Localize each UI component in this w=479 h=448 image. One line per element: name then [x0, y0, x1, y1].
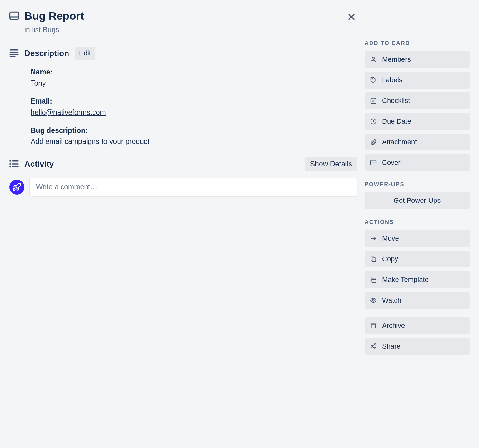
checklist-button[interactable]: Checklist — [365, 92, 470, 109]
archive-icon — [370, 322, 377, 329]
svg-point-24 — [372, 299, 374, 301]
close-button[interactable] — [346, 11, 357, 23]
comment-input[interactable] — [29, 178, 357, 196]
svg-rect-5 — [10, 52, 19, 53]
svg-rect-12 — [12, 164, 19, 165]
svg-point-28 — [371, 345, 373, 347]
description-body[interactable]: Name: Tony Email: hello@nativeforms.com … — [9, 67, 357, 147]
due-date-button[interactable]: Due Date — [365, 113, 470, 130]
card-title[interactable]: Bug Report — [24, 9, 357, 23]
svg-rect-11 — [12, 160, 19, 161]
svg-point-15 — [372, 79, 373, 79]
svg-point-14 — [372, 57, 374, 59]
svg-rect-18 — [371, 160, 376, 165]
activity-icon — [9, 160, 24, 168]
copy-label: Copy — [382, 255, 398, 263]
activity-heading: Activity — [24, 159, 54, 169]
due-date-label: Due Date — [382, 117, 411, 125]
cover-button[interactable]: Cover — [365, 154, 470, 171]
svg-rect-16 — [371, 98, 376, 104]
svg-point-8 — [9, 160, 11, 162]
svg-rect-21 — [372, 258, 376, 261]
members-button[interactable]: Members — [365, 51, 470, 68]
labels-icon — [370, 77, 377, 84]
cover-icon — [370, 160, 377, 166]
move-label: Move — [382, 234, 399, 242]
eye-icon — [370, 297, 377, 304]
field-email-value[interactable]: hello@nativeforms.com — [31, 108, 106, 116]
make-template-button[interactable]: Make Template — [365, 271, 470, 288]
svg-line-30 — [372, 345, 374, 346]
close-icon — [347, 13, 356, 21]
watch-button[interactable]: Watch — [365, 292, 470, 309]
svg-rect-7 — [10, 56, 16, 57]
checklist-icon — [370, 97, 377, 104]
power-ups-heading: POWER-UPS — [365, 181, 470, 188]
attachment-icon — [370, 139, 377, 145]
svg-point-10 — [9, 166, 11, 168]
labels-button[interactable]: Labels — [365, 72, 470, 89]
svg-rect-0 — [10, 12, 19, 19]
move-button[interactable]: Move — [365, 230, 470, 247]
share-button[interactable]: Share — [365, 338, 470, 355]
svg-rect-4 — [10, 49, 19, 51]
actions-divider — [365, 313, 470, 313]
svg-point-27 — [374, 344, 376, 345]
in-list-line: in list Bugs — [24, 26, 357, 34]
edit-button[interactable]: Edit — [75, 47, 95, 60]
get-power-ups-button[interactable]: Get Power-Ups — [365, 192, 470, 209]
svg-rect-13 — [12, 166, 19, 167]
checklist-label: Checklist — [382, 97, 410, 105]
labels-label: Labels — [382, 76, 402, 84]
svg-rect-6 — [10, 54, 19, 55]
copy-button[interactable]: Copy — [365, 251, 470, 267]
field-name-label: Name: — [31, 67, 357, 78]
activity-section: Activity Show Details — [9, 157, 357, 196]
field-name-value: Tony — [31, 78, 357, 89]
card-icon — [9, 9, 24, 20]
svg-line-31 — [372, 347, 374, 348]
attachment-label: Attachment — [382, 138, 417, 146]
field-email-label: Email: — [31, 96, 357, 107]
svg-rect-25 — [371, 323, 376, 325]
description-icon — [9, 49, 24, 57]
attachment-button[interactable]: Attachment — [365, 134, 470, 150]
field-bug-value: Add email campaigns to your product — [31, 136, 357, 147]
share-label: Share — [382, 342, 401, 350]
field-bug-label: Bug description: — [31, 125, 357, 136]
archive-label: Archive — [382, 322, 405, 330]
arrow-right-icon — [370, 235, 377, 242]
svg-point-29 — [374, 348, 376, 349]
description-heading: Description — [24, 48, 69, 58]
cover-label: Cover — [382, 159, 401, 167]
add-to-card-heading: ADD TO CARD — [365, 40, 470, 47]
template-icon — [370, 276, 377, 283]
get-power-ups-label: Get Power-Ups — [394, 196, 441, 205]
description-section: Description Edit Name: Tony Email: hello… — [9, 47, 357, 147]
make-template-label: Make Template — [382, 276, 429, 284]
members-label: Members — [382, 55, 411, 64]
show-details-button[interactable]: Show Details — [305, 157, 357, 171]
clock-icon — [370, 118, 377, 125]
avatar[interactable] — [9, 180, 24, 195]
in-list-prefix: in list — [24, 26, 43, 34]
svg-rect-22 — [372, 278, 376, 282]
list-link[interactable]: Bugs — [43, 26, 59, 34]
copy-icon — [370, 256, 377, 262]
rocket-icon — [12, 182, 22, 192]
actions-heading: ACTIONS — [365, 219, 470, 226]
archive-button[interactable]: Archive — [365, 317, 470, 334]
members-icon — [370, 56, 377, 63]
share-icon — [370, 343, 377, 350]
svg-point-9 — [9, 163, 11, 165]
watch-label: Watch — [382, 296, 401, 304]
